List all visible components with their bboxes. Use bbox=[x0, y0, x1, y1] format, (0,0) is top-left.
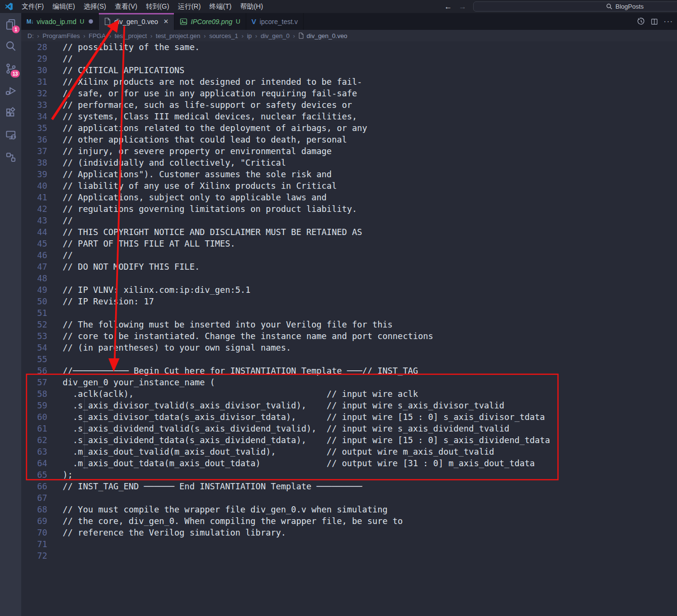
tab-ipcore09-png[interactable]: IPCore09.png U bbox=[174, 13, 246, 30]
breadcrumb-item[interactable]: test_project.gen bbox=[156, 32, 209, 39]
code-line[interactable]: 66 // INST_TAG_END ────── End INSTANTIAT… bbox=[21, 481, 677, 492]
remote-explorer-icon[interactable] bbox=[0, 124, 21, 146]
run-debug-icon[interactable] bbox=[0, 79, 21, 102]
code-line[interactable]: 44 // THIS COPYRIGHT NOTICE AND DISCLAIM… bbox=[21, 226, 677, 238]
code-line[interactable]: 69 // the core, div_gen_0. When compilin… bbox=[21, 515, 677, 527]
verilog-file-icon: V bbox=[252, 17, 256, 26]
code-line[interactable]: 58 .aclk(aclk), // input wire aclk bbox=[21, 388, 677, 400]
line-number: 47 bbox=[21, 261, 47, 273]
code-line[interactable]: 59 .s_axis_divisor_tvalid(s_axis_divisor… bbox=[21, 400, 677, 411]
more-actions-icon[interactable]: ··· bbox=[664, 17, 673, 26]
menu-item[interactable]: 编辑(E) bbox=[48, 0, 80, 13]
code-line[interactable]: 50 // IP Revision: 17 bbox=[21, 296, 677, 307]
line-number: 44 bbox=[21, 226, 47, 238]
tab-vivado-ip-md[interactable]: M↓ vivado_ip.md U bbox=[21, 13, 99, 30]
timeline-history-icon[interactable] bbox=[637, 17, 645, 26]
code-line[interactable]: 29 // bbox=[21, 53, 677, 65]
code-line[interactable]: 33 // performance, such as life-support … bbox=[21, 99, 677, 111]
code-line[interactable]: 39 // Applications"). Customer assumes t… bbox=[21, 169, 677, 180]
line-text: // PART OF THIS FILE AT ALL TIMES. bbox=[63, 238, 235, 249]
code-line[interactable]: 36 // other applications that could lead… bbox=[21, 134, 677, 145]
line-number: 58 bbox=[21, 388, 47, 400]
breadcrumb-item[interactable]: ProgramFiles bbox=[42, 32, 89, 39]
menu-item[interactable]: 查看(V) bbox=[110, 0, 142, 13]
tab-ipcore-test-v[interactable]: V ipcore_test.v bbox=[246, 13, 304, 30]
code-line[interactable]: 55 bbox=[21, 354, 677, 365]
code-line[interactable]: 68 // You must compile the wrapper file … bbox=[21, 504, 677, 515]
code-editor[interactable]: 28 // possibility of the same. 29 // 30 … bbox=[21, 41, 677, 616]
code-line[interactable]: 64 .m_axis_dout_tdata(m_axis_dout_tdata)… bbox=[21, 458, 677, 469]
code-line[interactable]: 43 // bbox=[21, 215, 677, 226]
line-number: 66 bbox=[21, 481, 47, 492]
git-untracked-badge: U bbox=[236, 18, 240, 25]
code-line[interactable]: 49 // IP VLNV: xilinx.com:ip:div_gen:5.1 bbox=[21, 284, 677, 296]
code-line[interactable]: 60 .s_axis_divisor_tdata(s_axis_divisor_… bbox=[21, 411, 677, 423]
explorer-badge: 1 bbox=[12, 26, 20, 33]
code-line[interactable]: 52 // The following must be inserted int… bbox=[21, 319, 677, 330]
command-center-search[interactable]: BlogPosts bbox=[473, 1, 677, 12]
code-line[interactable]: 34 // systems, Class III medical devices… bbox=[21, 111, 677, 122]
menu-item[interactable]: 运行(R) bbox=[173, 0, 205, 13]
code-line[interactable]: 51 bbox=[21, 307, 677, 319]
code-line[interactable]: 32 // safe, or for use in any applicatio… bbox=[21, 88, 677, 99]
code-line[interactable]: 45 // PART OF THIS FILE AT ALL TIMES. bbox=[21, 238, 677, 249]
line-text: .s_axis_divisor_tdata(s_axis_divisor_tda… bbox=[63, 411, 545, 423]
activity-bar: 1 13 bbox=[0, 13, 21, 616]
code-line[interactable]: 54 // (in parentheses) to your own signa… bbox=[21, 342, 677, 354]
breadcrumb-item[interactable]: D: bbox=[27, 32, 42, 39]
unsaved-dot-icon[interactable] bbox=[89, 19, 93, 24]
breadcrumb-item[interactable]: ip bbox=[247, 32, 260, 39]
breadcrumb-item[interactable]: sources_1 bbox=[209, 32, 247, 39]
code-line[interactable]: 63 .m_axis_dout_tvalid(m_axis_dout_tvali… bbox=[21, 446, 677, 458]
code-line[interactable]: 42 // regulations governing limitations … bbox=[21, 203, 677, 215]
menu-item[interactable]: 帮助(H) bbox=[236, 0, 267, 13]
code-line[interactable]: 31 // Xilinx products are not designed o… bbox=[21, 76, 677, 88]
code-line[interactable]: 40 // liability of any use of Xilinx pro… bbox=[21, 180, 677, 192]
code-line[interactable]: 30 // CRITICAL APPLICATIONS bbox=[21, 65, 677, 76]
split-editor-icon[interactable] bbox=[650, 18, 658, 26]
code-line[interactable]: 65 ); bbox=[21, 469, 677, 481]
code-line[interactable]: 41 // Applications, subject only to appl… bbox=[21, 192, 677, 203]
menu-item[interactable]: 终端(T) bbox=[205, 0, 236, 13]
forward-arrow-icon[interactable]: → bbox=[459, 2, 466, 11]
explorer-icon[interactable]: 1 bbox=[0, 13, 21, 35]
search-icon bbox=[606, 3, 612, 10]
code-line[interactable]: 38 // (individually and collectively, "C… bbox=[21, 157, 677, 169]
code-line[interactable]: 28 // possibility of the same. bbox=[21, 41, 677, 53]
line-text: ); bbox=[63, 469, 73, 481]
breadcrumb-item[interactable]: test_project bbox=[115, 32, 156, 39]
code-line[interactable]: 61 .s_axis_dividend_tvalid(s_axis_divide… bbox=[21, 423, 677, 434]
code-line[interactable]: 37 // injury, or severe property or envi… bbox=[21, 145, 677, 157]
code-line[interactable]: 46 // bbox=[21, 249, 677, 261]
tab-div-gen-0-veo[interactable]: div_gen_0.veo ✕ bbox=[99, 13, 174, 30]
code-line[interactable]: 48 bbox=[21, 273, 677, 284]
line-number: 67 bbox=[21, 492, 47, 504]
code-line[interactable]: 67 bbox=[21, 492, 677, 504]
menu-item[interactable]: 转到(G) bbox=[142, 0, 173, 13]
back-arrow-icon[interactable]: ← bbox=[444, 2, 452, 11]
breadcrumb-file[interactable]: div_gen_0.veo bbox=[298, 32, 347, 39]
code-line[interactable]: 56 //─────────── Begin Cut here for INST… bbox=[21, 365, 677, 377]
code-line[interactable]: 70 // reference the Verilog simulation l… bbox=[21, 527, 677, 538]
line-number: 59 bbox=[21, 400, 47, 411]
menu-item[interactable]: 文件(F) bbox=[17, 0, 48, 13]
code-line[interactable]: 62 .s_axis_dividend_tdata(s_axis_dividen… bbox=[21, 434, 677, 446]
source-control-icon[interactable]: 13 bbox=[0, 57, 21, 79]
file-icon bbox=[104, 17, 111, 26]
breadcrumb-item[interactable]: div_gen_0 bbox=[261, 32, 298, 39]
vscode-window: 文件(F)编辑(E)选择(S)查看(V)转到(G)运行(R)终端(T)帮助(H)… bbox=[0, 0, 677, 616]
extensions-icon[interactable] bbox=[0, 102, 21, 124]
close-icon[interactable]: ✕ bbox=[163, 18, 169, 25]
code-line[interactable]: 72 bbox=[21, 550, 677, 562]
menu-item[interactable]: 选择(S) bbox=[80, 0, 111, 13]
code-line[interactable]: 71 bbox=[21, 538, 677, 550]
code-line[interactable]: 57 div_gen_0 your_instance_name ( bbox=[21, 377, 677, 388]
breadcrumb-item[interactable]: FPGA bbox=[89, 32, 115, 39]
code-line[interactable]: 35 // applications related to the deploy… bbox=[21, 122, 677, 134]
code-line[interactable]: 53 // core to be instantiated. Change th… bbox=[21, 330, 677, 342]
code-line[interactable]: 47 // DO NOT MODIFY THIS FILE. bbox=[21, 261, 677, 273]
vscode-logo-icon bbox=[5, 2, 13, 11]
line-text: //─────────── Begin Cut here for INSTANT… bbox=[63, 365, 418, 377]
references-icon[interactable] bbox=[0, 146, 21, 168]
search-sidebar-icon[interactable] bbox=[0, 35, 21, 57]
